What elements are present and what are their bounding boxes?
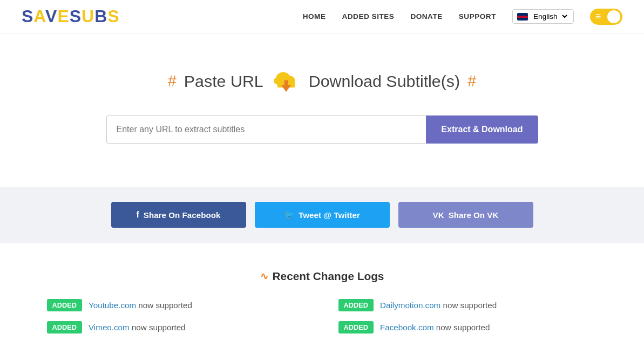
nav-support[interactable]: SUPPORT (459, 12, 496, 21)
svg-rect-5 (284, 80, 288, 86)
url-input[interactable] (106, 115, 426, 144)
main-nav: HOME ADDED SITES DONATE SUPPORT English … (303, 9, 622, 25)
vk-icon: VK (433, 210, 444, 220)
changelog-item-youtube: ADDED Youtube.com now supported (47, 299, 306, 311)
menu-toggle-button[interactable] (590, 9, 622, 25)
share-bar-inner: f Share On Facebook 🐦 Tweet @ Twitter VK… (106, 202, 538, 228)
changelog-grid: ADDED Youtube.com now supported ADDED Da… (47, 299, 598, 334)
changelog-title: ∿ Recent Change Logs (47, 270, 598, 283)
logo[interactable]: SAVESUBS (22, 6, 120, 26)
share-facebook-button[interactable]: f Share On Facebook (111, 202, 246, 228)
changelog-text-youtube: Youtube.com now supported (89, 301, 192, 310)
hash-right: # (467, 72, 476, 90)
changelog-text-vimeo: Vimeo.com now supported (89, 323, 186, 332)
language-selector[interactable]: English Spanish French German (512, 9, 574, 24)
twitter-icon: 🐦 (284, 210, 294, 220)
added-badge: ADDED (338, 299, 374, 311)
hero-title-part1: Paste URL (184, 72, 263, 91)
url-input-row: Extract & Download (106, 115, 538, 144)
flag-icon (517, 13, 528, 21)
added-badge: ADDED (47, 299, 83, 311)
header: SAVESUBS HOME ADDED SITES DONATE SUPPORT… (0, 0, 644, 33)
changelog-item-dailymotion: ADDED Dailymotion.com now supported (338, 299, 598, 311)
added-badge: ADDED (338, 321, 374, 334)
cloud-download-icon (271, 66, 301, 96)
hash-left: # (168, 72, 177, 90)
dailymotion-link[interactable]: Dailymotion.com (380, 301, 440, 310)
changelog-text-facebook: Facebook.com now supported (380, 323, 490, 332)
vimeo-link[interactable]: Vimeo.com (89, 323, 130, 332)
share-facebook-label: Share On Facebook (144, 210, 221, 220)
facebook-icon: f (137, 210, 139, 220)
changelog-item-vimeo: ADDED Vimeo.com now supported (47, 321, 306, 334)
share-vk-label: Share On VK (449, 210, 499, 220)
svg-marker-4 (281, 85, 291, 92)
share-twitter-button[interactable]: 🐦 Tweet @ Twitter (255, 202, 390, 228)
added-badge: ADDED (47, 321, 83, 334)
hero-title-part2: Download Subtitle(s) (309, 72, 460, 91)
extract-download-button[interactable]: Extract & Download (426, 115, 538, 144)
changelog-text-dailymotion: Dailymotion.com now supported (380, 301, 497, 310)
share-bar: f Share On Facebook 🐦 Tweet @ Twitter VK… (0, 187, 644, 243)
nav-donate[interactable]: DONATE (410, 12, 442, 21)
language-dropdown[interactable]: English Spanish French German (531, 12, 569, 21)
youtube-link[interactable]: Youtube.com (89, 301, 136, 310)
share-vk-button[interactable]: VK Share On VK (398, 202, 533, 228)
changelog-item-facebook: ADDED Facebook.com now supported (338, 321, 598, 334)
facebook-site-link[interactable]: Facebook.com (380, 323, 434, 332)
hero-title: # Paste URL Download Subtitle(s) # (11, 66, 633, 96)
rss-icon: ∿ (260, 271, 268, 282)
nav-home[interactable]: HOME (303, 12, 326, 21)
changelog-section: ∿ Recent Change Logs ADDED Youtube.com n… (25, 243, 619, 347)
share-twitter-label: Tweet @ Twitter (299, 210, 360, 220)
hero-section: # Paste URL Download Subtitle(s) # Extra… (0, 33, 644, 165)
nav-added-sites[interactable]: ADDED SITES (342, 12, 394, 21)
